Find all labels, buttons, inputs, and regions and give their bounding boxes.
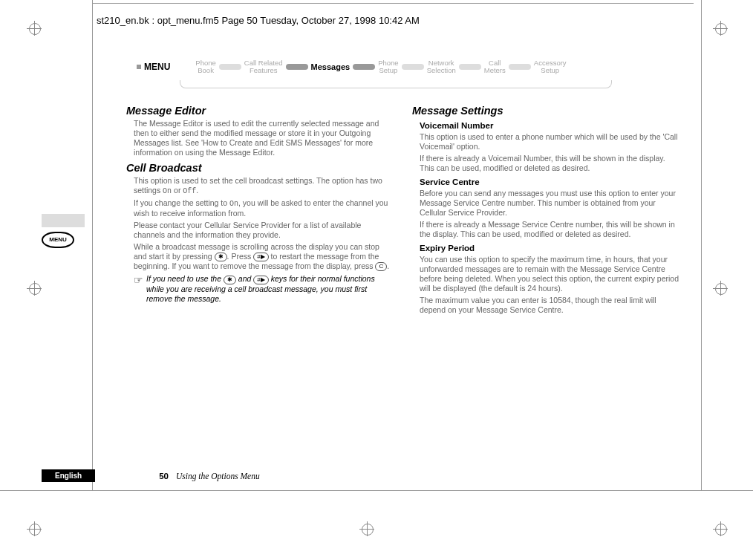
registration-mark-icon [713,521,728,536]
registration-mark-icon [27,21,42,36]
key-hash-icon: #▶ [253,253,268,261]
body-text: This option is used to enter a phone num… [420,132,679,152]
crop-line-left [92,0,93,490]
registration-mark-icon [713,21,728,36]
key-c-icon: C [375,262,387,271]
left-column: Message Editor The Message Editor is use… [126,100,394,304]
subheading-expiry-period: Expiry Period [420,244,679,253]
body-text: If there is already a Message Service Ce… [420,220,679,239]
registration-mark-icon [27,281,42,296]
page-footer: English 50 Using the Options Menu [42,469,260,482]
registration-mark-icon [713,281,728,296]
subheading-service-centre: Service Centre [420,178,679,186]
right-column: Message Settings Voicemail Number This o… [412,100,679,317]
key-star-icon: ✱ [224,276,236,284]
body-text: The Message Editor is used to edit the c… [134,119,394,157]
page-number: 50 [159,472,169,481]
registration-mark-icon [359,521,374,536]
body-text: Before you can send any messages you mus… [420,189,679,218]
heading-message-settings: Message Settings [412,105,679,117]
body-text: Please contact your Cellular Service Pro… [134,221,394,240]
menu-label: MENU [144,62,170,72]
nav-item-call-meters: CallMeters [481,59,509,74]
nav-item-network-selection: NetworkSelection [424,59,459,74]
nav-item-phone-book: PhoneBook [192,59,218,74]
nav-item-call-related: Call RelatedFeatures [241,59,286,74]
connector-icon [459,64,481,70]
connector-icon [219,64,241,70]
body-text: This option is used to set the cell broa… [134,176,394,196]
connector-icon [286,64,308,70]
body-text: If there is already a Voicemail Number, … [420,154,679,173]
menu-nav: MENU PhoneBook Call RelatedFeatures Mess… [137,59,570,74]
registration-mark-icon [27,521,42,536]
menu-button-icon: MENU [42,232,74,248]
note-block: ☞ If you need to use the ✱ and #▶ keys f… [134,274,394,303]
crop-line-top [92,3,694,4]
menu-icon [137,65,141,69]
heading-message-editor: Message Editor [126,105,394,117]
body-text: The maximum value you can enter is 10584… [420,296,679,315]
subheading-voicemail-number: Voicemail Number [420,121,679,130]
body-text: While a broadcast message is scrolling a… [134,242,394,271]
document-header: st210_en.bk : opt_menu.fm5 Page 50 Tuesd… [97,15,420,26]
language-badge: English [42,469,95,482]
footer-title: Using the Options Menu [176,472,260,481]
pointing-hand-icon: ☞ [134,274,143,303]
crop-line-right [701,0,702,490]
note-text: If you need to use the ✱ and #▶ keys for… [146,274,394,303]
nav-underline [180,80,612,88]
connector-icon [353,64,375,70]
connector-icon [509,64,531,70]
nav-item-phone-setup: PhoneSetup [375,59,401,74]
crop-line-bottom [0,490,753,491]
nav-item-messages: Messages [308,63,353,71]
body-text: You can use this option to specify the m… [420,255,679,293]
key-hash-icon: #▶ [253,276,268,284]
connector-icon [402,64,424,70]
side-tab [42,214,85,227]
nav-item-accessory-setup: AccessorySetup [531,59,570,74]
key-star-icon: ✱ [215,253,227,261]
body-text: If you change the setting to On, you wil… [134,198,394,218]
heading-cell-broadcast: Cell Broadcast [126,162,394,174]
